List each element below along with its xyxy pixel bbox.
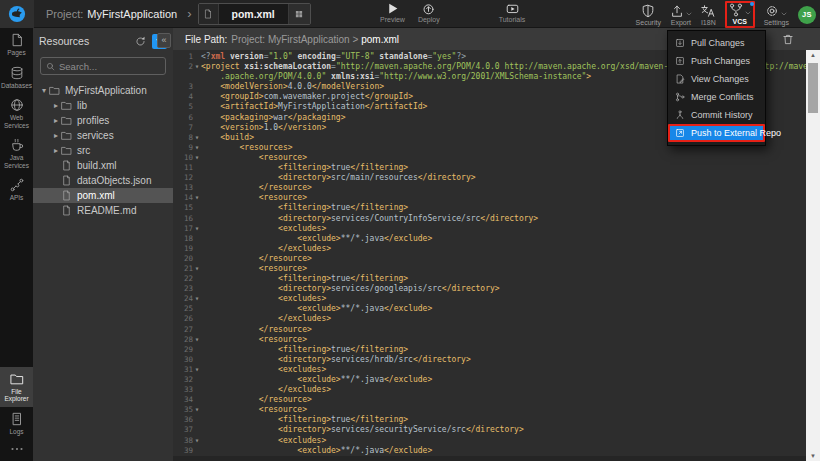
line-number: 9 — [173, 143, 193, 153]
fold-marker[interactable]: ▾ — [193, 143, 201, 153]
deploy-button[interactable]: Deploy — [418, 2, 440, 23]
code-line[interactable]: 30 <directory>services/hrdb/src</directo… — [173, 355, 806, 365]
code-line[interactable]: 23 <directory>services/googleapis/src</d… — [173, 284, 806, 294]
tree-item-profiles[interactable]: ▸profiles — [33, 113, 173, 128]
fold-marker[interactable]: ▾ — [193, 62, 201, 72]
collapse-panel-button[interactable]: « — [157, 33, 171, 48]
sidebar-item-java-services[interactable]: Java Services — [0, 133, 33, 173]
sidebar-item-web-services[interactable]: Web Services — [0, 93, 33, 133]
horizontal-scrollbar[interactable] — [173, 456, 806, 461]
code-line[interactable]: 28▾ <resource> — [173, 335, 806, 345]
code-line[interactable]: 35▾ <resource> — [173, 405, 806, 415]
code-line[interactable]: 32 <exclude>**/*.java</exclude> — [173, 375, 806, 385]
code-line[interactable]: 22 <filtering>true</filtering> — [173, 274, 806, 284]
wavemaker-studio: Project: MyFirstApplication › pom.xml Pr… — [0, 0, 820, 461]
menu-item-commit-history[interactable]: Commit History — [668, 106, 765, 124]
preview-button[interactable]: Preview — [380, 2, 405, 23]
vcs-button[interactable]: VCS — [725, 1, 755, 28]
code-line[interactable]: 20 </resource> — [173, 254, 806, 264]
sidebar-item-databases[interactable]: Databases — [0, 61, 33, 94]
refresh-icon[interactable] — [135, 36, 146, 47]
code-line[interactable]: 11 <filtering>true</filtering> — [173, 163, 806, 173]
code-line[interactable]: 39 <exclude>**/*.java</exclude> — [173, 446, 806, 456]
trash-icon[interactable] — [782, 33, 794, 46]
tree-item-dataobjects-json[interactable]: dataObjects.json — [33, 173, 173, 188]
user-avatar[interactable]: JS — [798, 6, 816, 24]
tree-item-myfirstapplication[interactable]: ▾MyFirstApplication — [33, 83, 173, 98]
code-line[interactable]: 10▾ <resource> — [173, 153, 806, 163]
fold-marker[interactable]: ▾ — [193, 294, 201, 304]
database-icon — [10, 66, 24, 80]
search-input[interactable] — [59, 61, 160, 72]
code-line[interactable]: 26 </excludes> — [173, 314, 806, 324]
code-line[interactable]: 16 <directory>services/CountryInfoServic… — [173, 214, 806, 224]
scroll-down-arrow-icon[interactable]: ▼ — [806, 451, 820, 461]
code-line[interactable]: 13 </resource> — [173, 183, 806, 193]
export-button[interactable]: Export — [670, 4, 692, 26]
tab-grid-button[interactable] — [288, 4, 310, 24]
code-line[interactable]: 12 <directory>src/main/resources</direct… — [173, 173, 806, 183]
fold-marker[interactable]: ▾ — [193, 133, 201, 143]
code-line[interactable]: 25 <exclude>**/*.java</exclude> — [173, 304, 806, 314]
chevron-right-icon: › — [187, 6, 191, 21]
code-line[interactable]: 31▾ <excludes> — [173, 365, 806, 375]
security-button[interactable]: Security — [636, 4, 661, 26]
code-line[interactable]: 14▾ <resource> — [173, 193, 806, 203]
code-line[interactable]: 37 <directory>services/securityService/s… — [173, 425, 806, 435]
chevron-down-icon[interactable]: ▾ — [39, 86, 49, 95]
sidebar-more-button[interactable] — [0, 439, 33, 461]
sidebar-item-file-explorer[interactable]: File Explorer — [0, 367, 33, 407]
vertical-scrollbar[interactable]: ▲ ▼ — [806, 50, 820, 461]
line-number: 21 — [173, 264, 193, 274]
fold-marker[interactable]: ▾ — [193, 335, 201, 345]
sidebar-item-pages[interactable]: Pages — [0, 28, 33, 61]
tree-item-build-xml[interactable]: build.xml — [33, 158, 173, 173]
code-line[interactable]: 21▾ <resource> — [173, 264, 806, 274]
tree-item-pom-xml[interactable]: pom.xml — [33, 188, 173, 203]
chevron-right-icon[interactable]: ▸ — [51, 131, 61, 140]
menu-item-merge-conflicts[interactable]: Merge Conflicts — [668, 88, 765, 106]
chevron-right-icon[interactable]: ▸ — [51, 116, 61, 125]
menu-item-view-changes[interactable]: View Changes — [668, 70, 765, 88]
fold-marker[interactable]: ▾ — [193, 436, 201, 446]
i18n-button[interactable]: I18N — [701, 4, 716, 26]
menu-item-label: Commit History — [691, 110, 753, 120]
settings-button[interactable]: Settings — [764, 4, 789, 26]
code-line[interactable]: 34 </resource> — [173, 395, 806, 405]
notification-badge — [750, 2, 754, 6]
code-line[interactable]: 33 </excludes> — [173, 385, 806, 395]
code-line[interactable]: 19 </excludes> — [173, 244, 806, 254]
tree-item-readme-md[interactable]: README.md — [33, 203, 173, 218]
tree-item-label: profiles — [77, 115, 109, 126]
code-line[interactable]: 27 </resource> — [173, 325, 806, 335]
fold-marker[interactable]: ▾ — [193, 193, 201, 203]
code-line[interactable]: 17▾ <excludes> — [173, 224, 806, 234]
code-line[interactable]: 24▾ <excludes> — [173, 294, 806, 304]
code-line[interactable]: 29 <filtering>true</filtering> — [173, 345, 806, 355]
code-line[interactable]: 18 <exclude>**/*.java</exclude> — [173, 234, 806, 244]
fold-marker[interactable]: ▾ — [193, 405, 201, 415]
chevron-right-icon[interactable]: ▸ — [51, 146, 61, 155]
fold-marker[interactable]: ▾ — [193, 153, 201, 163]
code-text: <resource> — [201, 264, 307, 274]
menu-item-push-to-external-repo[interactable]: Push to External Repo — [668, 124, 765, 142]
code-line[interactable]: 38▾ <excludes> — [173, 436, 806, 446]
scrollbar-thumb[interactable] — [808, 63, 818, 113]
tree-item-services[interactable]: ▸services — [33, 128, 173, 143]
menu-item-pull-changes[interactable]: Pull Changes — [668, 34, 765, 52]
tree-item-lib[interactable]: ▸lib — [33, 98, 173, 113]
code-line[interactable]: 15 <filtering>true</filtering> — [173, 203, 806, 213]
menu-item-push-changes[interactable]: Push Changes — [668, 52, 765, 70]
chevron-right-icon[interactable]: ▸ — [51, 101, 61, 110]
fold-marker[interactable]: ▾ — [193, 224, 201, 234]
tree-item-src[interactable]: ▸src — [33, 143, 173, 158]
sidebar-item-apis[interactable]: APIs — [0, 173, 33, 206]
wavemaker-logo[interactable] — [0, 0, 34, 28]
fold-marker[interactable]: ▾ — [193, 264, 201, 274]
fold-marker[interactable]: ▾ — [193, 365, 201, 375]
code-line[interactable]: 36 <filtering>true</filtering> — [173, 415, 806, 425]
scroll-up-arrow-icon[interactable]: ▲ — [806, 50, 820, 60]
tab-pom-xml[interactable]: pom.xml — [198, 3, 311, 25]
tutorials-button[interactable]: Tutorials — [499, 2, 526, 23]
sidebar-item-logs[interactable]: Logs — [0, 407, 33, 440]
